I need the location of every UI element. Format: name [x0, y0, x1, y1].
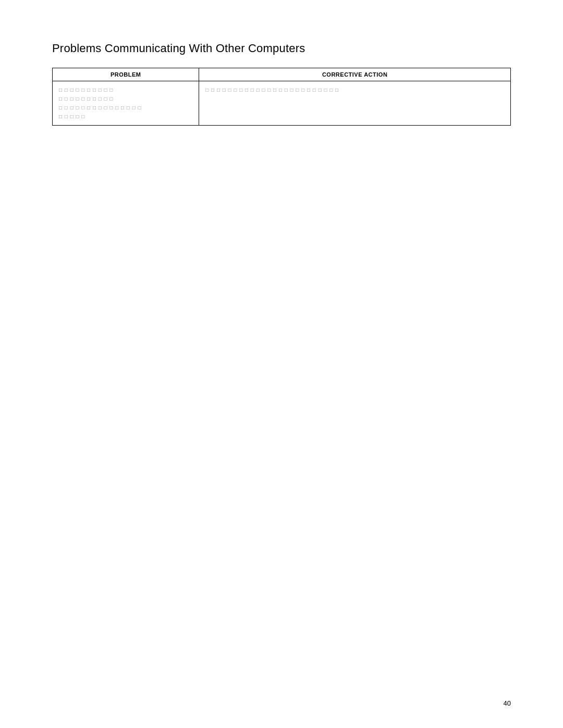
- table-header-row: PROBLEM CORRECTIVE ACTION: [53, 68, 511, 81]
- problems-table: PROBLEM CORRECTIVE ACTION □ □ □ □ □ □ □ …: [52, 68, 511, 126]
- corrective-action-text: □ □ □ □ □ □ □ □ □ □ □ □ □ □ □ □ □ □ □ □ …: [205, 85, 339, 94]
- column-header-problem: PROBLEM: [53, 68, 199, 81]
- problem-text: □ □ □ □ □ □ □ □ □ □ □ □ □ □ □ □ □ □ □ □ …: [59, 85, 142, 121]
- table-row: □ □ □ □ □ □ □ □ □ □ □ □ □ □ □ □ □ □ □ □ …: [53, 81, 511, 126]
- column-header-corrective-action: CORRECTIVE ACTION: [199, 68, 511, 81]
- corrective-action-cell: □ □ □ □ □ □ □ □ □ □ □ □ □ □ □ □ □ □ □ □ …: [199, 81, 511, 126]
- page-number: 40: [504, 699, 511, 707]
- page-content: Problems Communicating With Other Comput…: [0, 0, 563, 157]
- problem-cell: □ □ □ □ □ □ □ □ □ □ □ □ □ □ □ □ □ □ □ □ …: [53, 81, 199, 126]
- page-title: Problems Communicating With Other Comput…: [52, 42, 511, 55]
